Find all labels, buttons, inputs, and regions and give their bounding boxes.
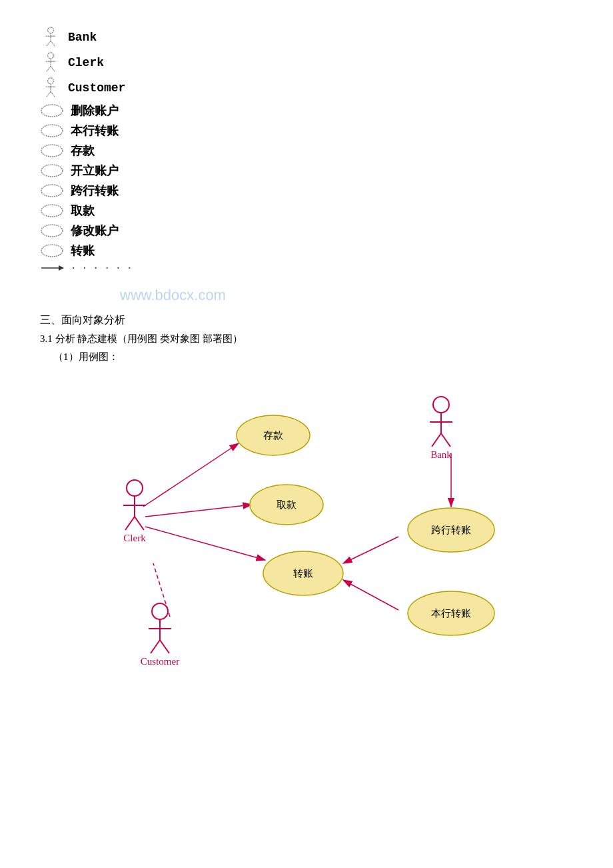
svg-line-8 — [47, 66, 51, 71]
svg-line-14 — [51, 91, 55, 97]
bank-legend-icon — [40, 27, 61, 48]
uc-withdraw-icon — [40, 203, 64, 218]
svg-line-4 — [51, 41, 55, 46]
svg-line-47 — [135, 517, 144, 530]
uc-modify-icon — [40, 223, 64, 238]
svg-text:Bank: Bank — [430, 449, 452, 460]
svg-text:转账: 转账 — [293, 568, 313, 579]
legend-arrow: · · · · · · — [40, 263, 573, 273]
svg-text:跨行转账: 跨行转账 — [431, 525, 471, 535]
uc-transfer-icon — [40, 243, 64, 258]
legend-clerk: Clerk — [40, 52, 573, 73]
legend-section: Bank Clerk Customer 删除账户 — [40, 27, 573, 273]
svg-point-21 — [41, 225, 63, 237]
svg-line-26 — [145, 505, 252, 517]
svg-point-0 — [48, 27, 54, 33]
legend-bank: Bank — [40, 27, 573, 48]
legend-uc-withdraw-label: 取款 — [71, 203, 95, 219]
svg-point-20 — [41, 205, 63, 217]
svg-text:取款: 取款 — [277, 499, 297, 510]
svg-line-27 — [145, 527, 265, 560]
uc-open-icon — [40, 163, 64, 178]
legend-uc-withdraw: 取款 — [40, 203, 573, 219]
section3-title: 三、面向对象分析 — [40, 313, 573, 327]
svg-line-46 — [125, 517, 135, 530]
legend-uc-modify-label: 修改账户 — [71, 223, 119, 239]
svg-line-59 — [160, 640, 169, 653]
watermark-text: www.bdocx.com — [120, 287, 226, 304]
uc-cross-icon — [40, 183, 64, 198]
svg-line-9 — [51, 66, 55, 71]
legend-uc-local-transfer: 本行转账 — [40, 123, 573, 139]
legend-uc-modify: 修改账户 — [40, 223, 573, 239]
svg-line-58 — [151, 640, 160, 653]
svg-line-52 — [432, 433, 441, 447]
legend-uc-transfer-label: 转账 — [71, 243, 95, 259]
uc-deposit-icon — [40, 143, 64, 158]
section31-title: 3.1 分析 静态建模（用例图 类对象图 部署图） — [40, 333, 573, 345]
svg-line-13 — [47, 91, 51, 97]
legend-uc-delete: 删除账户 — [40, 103, 573, 119]
uc-local-transfer-icon — [40, 123, 64, 138]
svg-point-49 — [433, 397, 449, 413]
svg-text:Clerk: Clerk — [123, 533, 146, 543]
usecase-title: （1）用例图： — [53, 351, 573, 363]
watermark-area: www.bdocx.com — [40, 287, 573, 307]
svg-point-43 — [127, 480, 143, 496]
legend-uc-local-transfer-label: 本行转账 — [71, 123, 119, 139]
svg-point-18 — [41, 165, 63, 177]
legend-uc-cross: 跨行转账 — [40, 183, 573, 199]
svg-text:Customer: Customer — [141, 656, 179, 667]
svg-marker-24 — [59, 265, 64, 271]
svg-point-22 — [41, 245, 63, 257]
legend-uc-deposit: 存款 — [40, 143, 573, 159]
legend-uc-open: 开立账户 — [40, 163, 573, 179]
svg-point-15 — [41, 105, 63, 117]
uc-delete-icon — [40, 103, 64, 118]
svg-point-5 — [48, 53, 54, 59]
svg-point-10 — [48, 78, 54, 84]
use-case-diagram: 存款 取款 转账 跨行转账 本行转账 Clerk Bank — [47, 377, 566, 710]
legend-customer: Customer — [40, 77, 573, 99]
svg-line-53 — [441, 433, 450, 447]
customer-legend-icon — [40, 77, 61, 99]
svg-point-19 — [41, 185, 63, 197]
svg-text:本行转账: 本行转账 — [431, 608, 471, 619]
svg-line-29 — [343, 537, 398, 563]
legend-uc-open-label: 开立账户 — [71, 163, 119, 179]
svg-line-25 — [143, 443, 239, 507]
svg-point-55 — [152, 603, 168, 619]
svg-line-3 — [47, 41, 51, 46]
svg-point-17 — [41, 145, 63, 157]
legend-arrow-dots: · · · · · · — [71, 263, 132, 273]
diagram-svg: 存款 取款 转账 跨行转账 本行转账 Clerk Bank — [47, 377, 566, 710]
legend-uc-deposit-label: 存款 — [71, 143, 95, 159]
svg-text:存款: 存款 — [263, 430, 283, 441]
svg-point-16 — [41, 125, 63, 137]
legend-customer-label: Customer — [68, 81, 125, 95]
legend-uc-cross-label: 跨行转账 — [71, 183, 119, 199]
legend-clerk-label: Clerk — [68, 56, 104, 69]
arrow-legend-icon — [40, 263, 64, 273]
legend-uc-transfer: 转账 — [40, 243, 573, 259]
clerk-legend-icon — [40, 52, 61, 73]
legend-uc-delete-label: 删除账户 — [71, 103, 119, 119]
legend-bank-label: Bank — [68, 31, 97, 44]
svg-line-30 — [343, 580, 398, 610]
